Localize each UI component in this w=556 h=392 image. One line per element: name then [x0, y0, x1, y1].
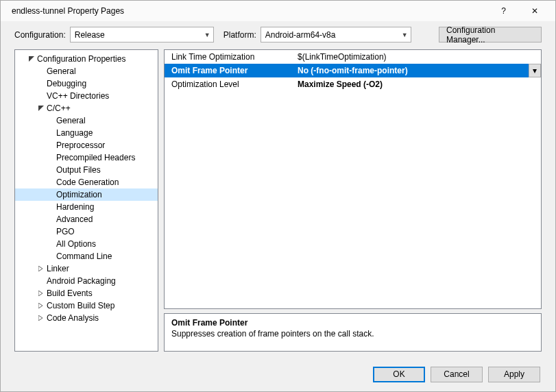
chevron-down-icon: ▼	[402, 32, 408, 38]
dialog-footer: OK Cancel Apply	[1, 357, 555, 391]
tree-item-cpp-alloptions[interactable]: All Options	[15, 238, 158, 250]
tree-item-custom-build-step[interactable]: Custom Build Step	[15, 299, 158, 312]
help-button[interactable]: ?	[488, 1, 519, 21]
configuration-label: Configuration:	[14, 30, 66, 40]
tree-item-cpp-codegen[interactable]: Code Generation	[15, 176, 158, 188]
right-pane: Link Time Optimization $(LinkTimeOptimiz…	[164, 49, 542, 352]
ok-button[interactable]: OK	[373, 367, 425, 382]
configuration-value: Release	[75, 30, 105, 40]
prop-name: Omit Frame Pointer	[165, 64, 295, 77]
expander-closed-icon[interactable]	[37, 302, 45, 310]
prop-value[interactable]: Maximize Speed (-O2)	[295, 77, 541, 91]
tree-item-build-events[interactable]: Build Events	[15, 287, 158, 299]
chevron-down-icon: ▼	[204, 32, 210, 38]
svg-marker-2	[38, 266, 43, 271]
property-pages-dialog: endless-tunnel Property Pages ? ✕ Config…	[0, 0, 556, 392]
prop-name: Link Time Optimization	[165, 50, 295, 64]
svg-marker-3	[38, 291, 43, 296]
configuration-select[interactable]: Release ▼	[70, 27, 214, 42]
close-button[interactable]: ✕	[519, 1, 550, 21]
tree-item-linker[interactable]: Linker	[15, 262, 158, 275]
property-grid[interactable]: Link Time Optimization $(LinkTimeOptimiz…	[164, 49, 542, 309]
expander-closed-icon[interactable]	[37, 314, 45, 322]
description-title: Omit Frame Pointer	[171, 318, 534, 328]
platform-label: Platform:	[223, 30, 256, 40]
description-body: Suppresses creation of frame pointers on…	[171, 329, 534, 339]
svg-marker-4	[38, 303, 43, 308]
tree-item-cpp-preprocessor[interactable]: Preprocessor	[15, 139, 158, 151]
expander-open-icon[interactable]	[27, 55, 36, 63]
expander-closed-icon[interactable]	[37, 265, 45, 273]
svg-marker-0	[29, 56, 34, 62]
main-area: Configuration Properties General Debuggi…	[1, 49, 555, 357]
prop-value[interactable]: $(LinkTimeOptimization)	[295, 50, 541, 64]
description-panel: Omit Frame Pointer Suppresses creation o…	[164, 313, 542, 352]
expander-closed-icon[interactable]	[37, 289, 45, 297]
prop-value[interactable]: No (-fno-omit-frame-pointer)	[295, 64, 529, 77]
prop-name: Optimization Level	[165, 77, 295, 91]
tree-item-vcdirs[interactable]: VC++ Directories	[15, 90, 158, 102]
tree-item-cpp-general[interactable]: General	[15, 114, 158, 127]
tree-item-debugging[interactable]: Debugging	[15, 77, 158, 90]
grid-row-lto[interactable]: Link Time Optimization $(LinkTimeOptimiz…	[165, 50, 541, 64]
tree-item-cpp-optimization[interactable]: Optimization	[15, 188, 158, 201]
tree-item-cpp-outputfiles[interactable]: Output Files	[15, 164, 158, 176]
tree-item-cpp-cmdline[interactable]: Command Line	[15, 250, 158, 262]
svg-marker-5	[38, 315, 43, 321]
cancel-button[interactable]: Cancel	[431, 367, 483, 382]
close-icon: ✕	[531, 6, 538, 16]
tree-item-cpp-pch[interactable]: Precompiled Headers	[15, 151, 158, 164]
tree-item-general[interactable]: General	[15, 65, 158, 77]
tree-pane[interactable]: Configuration Properties General Debuggi…	[14, 49, 158, 352]
dropdown-button[interactable]: ▾	[529, 64, 541, 77]
tree-item-cpp-pgo[interactable]: PGO	[15, 225, 158, 238]
platform-select[interactable]: Android-arm64-v8a ▼	[261, 27, 411, 42]
tree-item-cpp-language[interactable]: Language	[15, 127, 158, 139]
expander-open-icon[interactable]	[37, 104, 45, 112]
grid-row-opt-level[interactable]: Optimization Level Maximize Speed (-O2)	[165, 77, 541, 91]
tree-item-cpp[interactable]: C/C++	[15, 102, 158, 114]
config-toolbar: Configuration: Release ▼ Platform: Andro…	[1, 21, 555, 49]
tree-item-android-packaging[interactable]: Android Packaging	[15, 275, 158, 287]
help-icon: ?	[501, 6, 506, 16]
platform-value: Android-arm64-v8a	[265, 30, 336, 40]
window-title: endless-tunnel Property Pages	[6, 6, 488, 16]
tree-item-cpp-advanced[interactable]: Advanced	[15, 213, 158, 225]
tree-item-cpp-hardening[interactable]: Hardening	[15, 201, 158, 213]
configuration-manager-button[interactable]: Configuration Manager...	[439, 27, 542, 42]
chevron-down-icon: ▾	[533, 66, 537, 75]
tree-root[interactable]: Configuration Properties	[15, 53, 158, 65]
tree-item-code-analysis[interactable]: Code Analysis	[15, 312, 158, 324]
svg-marker-1	[38, 106, 44, 111]
grid-row-omit-frame-pointer[interactable]: Omit Frame Pointer No (-fno-omit-frame-p…	[165, 64, 541, 77]
apply-button[interactable]: Apply	[488, 367, 540, 382]
titlebar: endless-tunnel Property Pages ? ✕	[1, 1, 555, 21]
